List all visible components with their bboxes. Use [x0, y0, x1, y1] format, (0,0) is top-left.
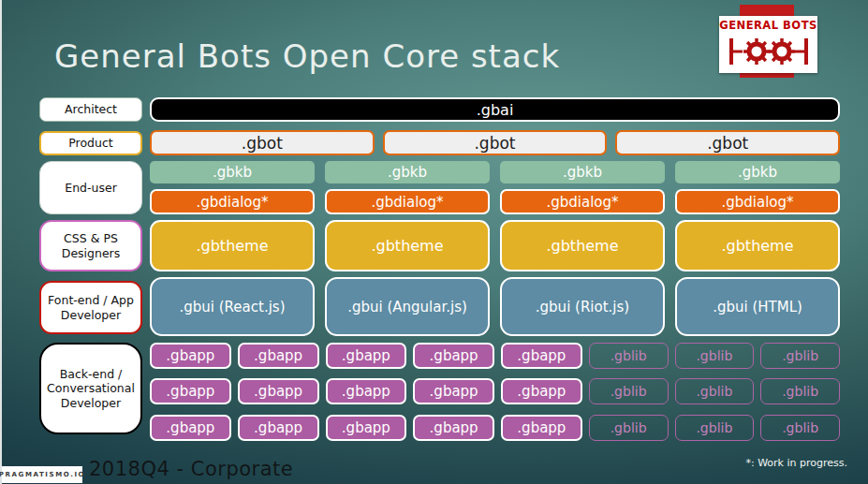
gbapp-box: .gbapp [501, 378, 582, 404]
gbkb-box: .gbkb [675, 161, 840, 183]
row-dev-3: .gbapp .gbapp .gbapp .gbapp .gbapp .gbli… [150, 415, 840, 441]
role-label-css-ps-designers: CSS & PS Designers [39, 220, 142, 271]
row-gbdialog: .gbdialog* .gbdialog* .gbdialog* .gbdial… [150, 189, 840, 214]
gears-icon [726, 33, 812, 70]
gbai-box: .gbai [150, 97, 840, 122]
gbtheme-box: .gbtheme [150, 220, 315, 271]
slide-left-edge [0, 0, 2, 484]
gbapp-box: .gbapp [238, 343, 319, 369]
slide-canvas: General Bots Open Core stack GENERAL BOT… [0, 0, 868, 484]
gbdialog-box: .gbdialog* [675, 189, 840, 214]
gbapp-box: .gbapp [501, 415, 582, 441]
gbtheme-box: .gbtheme [675, 220, 840, 271]
gbapp-box: .gbapp [238, 378, 319, 404]
gblib-box: .gblib [760, 378, 840, 404]
gblib-box: .gblib [675, 343, 755, 369]
row-gbkb: .gbkb .gbkb .gbkb .gbkb [150, 161, 840, 183]
gbapp-box: .gbapp [238, 415, 319, 441]
gbdialog-box: .gbdialog* [150, 189, 315, 214]
role-label-frontend-app-developer: Font-end / App Developer [39, 281, 142, 334]
role-label-product: Product [39, 131, 142, 155]
gbapp-box: .gbapp [413, 415, 494, 441]
gbapp-box: .gbapp [150, 378, 231, 404]
gbtheme-box: .gbtheme [325, 220, 490, 271]
role-label-architect: Architect [39, 97, 142, 122]
gbdialog-box: .gbdialog* [500, 189, 665, 214]
pragmatismo-watermark: PRAGMATISMO.IO [2, 466, 82, 483]
gbapp-box: .gbapp [413, 343, 494, 369]
gbtheme-box: .gbtheme [500, 220, 665, 271]
logo-brand-text: GENERAL BOTS [719, 19, 817, 32]
gbot-box: .gbot [383, 130, 608, 155]
gblib-box: .gblib [675, 378, 755, 404]
gbui-riot-box: .gbui (Riot.js) [500, 277, 665, 336]
gbapp-box: .gbapp [413, 378, 494, 404]
gblib-box: .gblib [760, 415, 840, 441]
gbapp-box: .gbapp [150, 415, 231, 441]
role-label-end-user: End-user [39, 161, 142, 214]
gblib-box: .gblib [589, 343, 669, 369]
gblib-box: .gblib [760, 343, 840, 369]
row-gbtheme: .gbtheme .gbtheme .gbtheme .gbtheme [150, 220, 840, 271]
row-dev-2: .gbapp .gbapp .gbapp .gbapp .gbapp .gbli… [150, 378, 840, 404]
gbot-box: .gbot [150, 130, 375, 155]
gbui-angular-box: .gbui (Angular.js) [325, 277, 490, 336]
gbui-html-box: .gbui (HTML) [675, 277, 840, 336]
row-gbui: .gbui (React.js) .gbui (Angular.js) .gbu… [150, 277, 840, 336]
gbkb-box: .gbkb [150, 161, 315, 183]
gbapp-box: .gbapp [326, 343, 407, 369]
gbapp-box: .gbapp [326, 415, 407, 441]
gbapp-box: .gbapp [501, 343, 582, 369]
row-gbot: .gbot .gbot .gbot [150, 130, 840, 155]
gbapp-box: .gbapp [150, 343, 231, 369]
gbdialog-box: .gbdialog* [325, 189, 490, 214]
gblib-box: .gblib [589, 378, 669, 404]
role-label-backend-conversational-developer: Back-end / Conversational Developer [39, 343, 142, 434]
gbkb-box: .gbkb [325, 161, 490, 183]
footer-wip-note: *: Work in progress. [745, 457, 847, 469]
gbui-react-box: .gbui (React.js) [150, 277, 315, 336]
gblib-box: .gblib [589, 415, 669, 441]
footer-version-text: 2018Q4 - Corporate [89, 458, 293, 480]
row-gbai: .gbai [150, 97, 840, 122]
gbapp-box: .gbapp [326, 378, 407, 404]
row-dev-1: .gbapp .gbapp .gbapp .gbapp .gbapp .gbli… [150, 343, 840, 369]
gbot-box: .gbot [615, 130, 840, 155]
general-bots-logo: GENERAL BOTS [719, 16, 817, 73]
gblib-box: .gblib [675, 415, 755, 441]
gbkb-box: .gbkb [500, 161, 665, 183]
slide-title: General Bots Open Core stack [54, 37, 560, 75]
